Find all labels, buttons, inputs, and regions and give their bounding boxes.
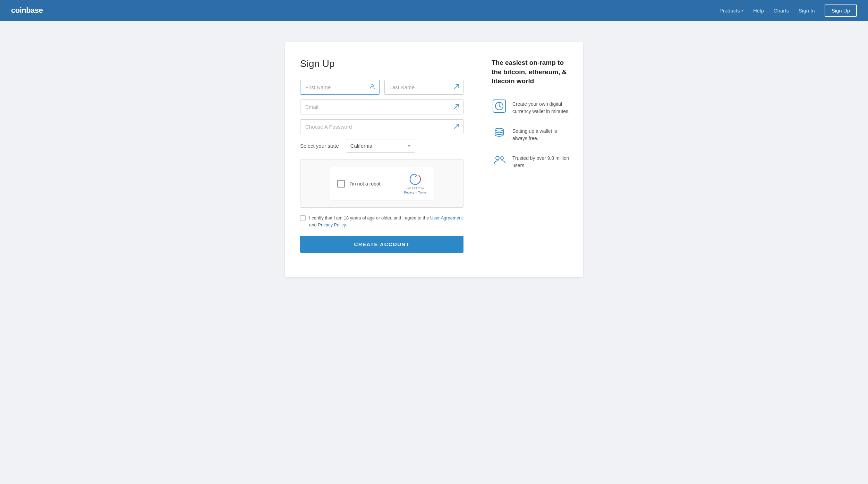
privacy-policy-link[interactable]: Privacy Policy — [318, 222, 346, 227]
recaptcha-label: I'm not a robot — [350, 181, 381, 187]
password-row — [300, 119, 463, 134]
recaptcha-container: I'm not a robot reCAPTCHA Privacy — [300, 159, 463, 208]
feature-wallet: Create your own digital currency wallet … — [492, 98, 571, 115]
feature-users-text: Trusted by over 9.8 million users. — [512, 153, 571, 169]
create-account-button[interactable]: CREATE ACCOUNT — [300, 236, 463, 253]
recaptcha-logo: reCAPTCHA Privacy - Terms — [404, 173, 426, 195]
clock-icon — [492, 98, 507, 114]
svg-point-3 — [495, 128, 503, 131]
name-row — [300, 80, 463, 95]
recaptcha-checkbox[interactable] — [337, 180, 345, 188]
first-name-wrapper — [300, 80, 380, 95]
nav-help[interactable]: Help — [753, 8, 764, 14]
feature-users: Trusted by over 9.8 million users. — [492, 153, 571, 169]
feature-free-text: Setting up a wallet is always free. — [512, 126, 571, 142]
coins-icon — [492, 126, 507, 141]
state-select[interactable]: AlabamaAlaskaArizonaArkansasCaliforniaCo… — [346, 139, 415, 153]
nav-signup-button[interactable]: Sign Up — [825, 5, 857, 17]
email-wrapper — [300, 100, 463, 114]
form-title: Sign Up — [300, 58, 463, 69]
nav-links: Products Help Charts Sign In Sign Up — [720, 5, 857, 17]
recaptcha-brand: reCAPTCHA Privacy - Terms — [404, 187, 426, 195]
recaptcha-left: I'm not a robot — [337, 180, 381, 188]
terms-checkbox[interactable] — [300, 215, 306, 221]
first-name-input[interactable] — [300, 80, 380, 95]
nav-products[interactable]: Products — [720, 8, 743, 14]
recaptcha-terms-link[interactable]: Terms — [418, 191, 427, 195]
svg-point-5 — [501, 157, 503, 159]
email-row — [300, 100, 463, 114]
terms-text: I certify that I am 18 years of age or o… — [309, 215, 463, 228]
signup-card: Sign Up — [285, 42, 583, 277]
password-wrapper — [300, 119, 463, 134]
users-icon — [492, 153, 507, 168]
nav-charts[interactable]: Charts — [774, 8, 789, 14]
form-panel: Sign Up — [285, 42, 479, 277]
state-label: Select your state — [300, 143, 339, 149]
state-row: Select your state AlabamaAlaskaArizonaAr… — [300, 139, 463, 153]
feature-list: Create your own digital currency wallet … — [492, 98, 571, 169]
feature-free: Setting up a wallet is always free. — [492, 126, 571, 142]
nav-signin[interactable]: Sign In — [799, 8, 815, 14]
svg-point-4 — [496, 156, 499, 160]
feature-wallet-text: Create your own digital currency wallet … — [512, 98, 571, 115]
last-name-input[interactable] — [384, 80, 464, 95]
navbar: coinbase Products Help Charts Sign In Si… — [0, 0, 868, 21]
password-input[interactable] — [300, 119, 463, 134]
promo-title: The easiest on-ramp to the bitcoin, ethe… — [492, 58, 571, 86]
user-agreement-link[interactable]: User Agreement — [430, 215, 463, 221]
page-content: Sign Up — [0, 21, 868, 298]
promo-panel: The easiest on-ramp to the bitcoin, ethe… — [479, 42, 583, 277]
email-input[interactable] — [300, 100, 463, 114]
recaptcha-icon — [409, 173, 422, 186]
terms-row: I certify that I am 18 years of age or o… — [300, 215, 463, 228]
recaptcha-privacy-link[interactable]: Privacy — [404, 191, 414, 195]
recaptcha-box: I'm not a robot reCAPTCHA Privacy — [330, 167, 434, 200]
site-logo: coinbase — [11, 6, 720, 15]
last-name-wrapper — [384, 80, 464, 95]
